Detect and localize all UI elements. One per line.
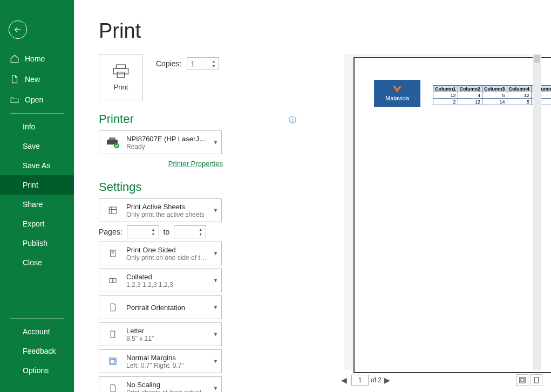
chevron-down-icon: ▼ — [213, 359, 218, 364]
setting-title: Letter — [126, 327, 208, 335]
sidebar-item-label: Feedback — [23, 347, 56, 355]
setting-title: Normal Margins — [126, 354, 208, 362]
svg-rect-17 — [110, 278, 113, 283]
sidebar-item-export[interactable]: Export — [0, 214, 74, 233]
chevron-down-icon: ▼ — [213, 278, 218, 283]
table-cell: 5 — [482, 92, 507, 99]
table-cell: 5 — [507, 99, 532, 105]
chevron-down-icon: ▼ — [213, 140, 218, 145]
table-header: Column4 — [507, 86, 532, 92]
preview-logo: Malavida — [374, 80, 420, 107]
preview-current-page: 1 — [358, 376, 362, 384]
sidebar-item-new[interactable]: New — [0, 69, 74, 90]
spinner-down-icon[interactable]: ▼ — [152, 232, 157, 236]
spinner-down-icon[interactable]: ▼ — [199, 232, 204, 236]
sidebar-item-label: Print — [23, 181, 38, 189]
spinner-up-icon[interactable]: ▲ — [199, 228, 204, 231]
printer-info-icon[interactable]: ⓘ — [289, 115, 296, 125]
back-button[interactable] — [9, 20, 27, 39]
preview-prev-page[interactable]: ◀ — [338, 376, 349, 384]
printer-heading: Printer — [99, 112, 298, 126]
setting-print-active-sheets[interactable]: Print Active SheetsOnly print the active… — [99, 198, 222, 222]
sidebar-divider — [10, 318, 64, 319]
preview-page-input[interactable]: 1 — [351, 375, 369, 386]
sidebar-item-label: Open — [25, 95, 43, 104]
svg-rect-7 — [117, 72, 125, 77]
printer-status: Ready — [126, 143, 208, 150]
new-document-icon — [10, 74, 19, 84]
sidebar-item-account[interactable]: Account — [0, 322, 74, 341]
show-margins-button[interactable] — [516, 374, 528, 386]
svg-rect-14 — [111, 250, 115, 257]
sidebar-item-label: Home — [25, 54, 45, 63]
chevron-down-icon: ▼ — [213, 305, 218, 310]
backstage-main: Print Print Copies: 1 ▲ ▼ Printer ⓘ — [74, 0, 551, 392]
settings-heading: Settings — [99, 180, 298, 194]
table-cell: 12 — [458, 99, 482, 105]
setting-scaling[interactable]: 100 No ScalingPrint sheets at their actu… — [99, 376, 222, 392]
chevron-down-icon: ▼ — [213, 386, 218, 391]
home-icon — [10, 54, 19, 64]
setting-margins[interactable]: Normal MarginsLeft: 0.7" Right: 0.7" ▼ — [99, 349, 222, 373]
preview-total-pages: of 2 — [371, 376, 382, 384]
table-cell: 12 — [433, 92, 458, 99]
setting-title: Print Active Sheets — [126, 203, 208, 211]
chevron-down-icon: ▼ — [213, 332, 218, 337]
sidebar-item-label: Close — [23, 258, 42, 267]
svg-rect-19 — [111, 331, 115, 338]
copies-input[interactable]: 1 ▲ ▼ — [187, 57, 219, 70]
sidebar-item-print[interactable]: Print — [0, 175, 74, 195]
spinner-up-icon[interactable]: ▲ — [212, 59, 217, 63]
sidebar-item-save[interactable]: Save — [0, 136, 74, 156]
preview-next-page[interactable]: ▶ — [382, 376, 392, 384]
zoom-to-page-button[interactable] — [530, 374, 542, 386]
sidebar-item-label: Info — [23, 122, 35, 131]
sidebar-item-label: Save As — [23, 161, 50, 170]
sidebar-item-options[interactable]: Options — [0, 361, 74, 380]
sidebar-item-share[interactable]: Share — [0, 195, 74, 214]
table-header: Column2 — [458, 86, 482, 92]
setting-orientation[interactable]: Portrait Orientation ▼ — [99, 295, 222, 319]
sidebar-item-saveas[interactable]: Save As — [0, 156, 74, 175]
sidebar-item-label: Save — [23, 142, 40, 150]
sidebar-item-label: Options — [23, 366, 49, 375]
printer-icon — [112, 64, 130, 79]
pages-from-input[interactable]: ▲▼ — [127, 225, 159, 238]
sidebar-item-publish[interactable]: Publish — [0, 233, 74, 253]
svg-rect-23 — [521, 379, 524, 382]
sidebar-item-close[interactable]: Close — [0, 253, 74, 272]
sidebar-item-home[interactable]: Home — [0, 49, 74, 69]
table-cell: 4 — [458, 92, 482, 99]
setting-paper-size[interactable]: Letter8.5" x 11" ▼ — [99, 322, 222, 346]
preview-scrollbar[interactable] — [533, 54, 541, 370]
sidebar-item-feedback[interactable]: Feedback — [0, 341, 74, 361]
sidebar-item-open[interactable]: Open — [0, 90, 74, 110]
scrollbar-thumb[interactable] — [534, 55, 540, 63]
setting-sides[interactable]: Print One SidedOnly print on one side of… — [99, 242, 222, 265]
sidebar-item-label: Account — [23, 327, 50, 336]
spinner-up-icon[interactable]: ▲ — [152, 228, 157, 231]
setting-title: No Scaling — [126, 381, 208, 389]
sidebar-item-label: Share — [23, 200, 43, 209]
setting-sub: 8.5" x 11" — [126, 335, 208, 342]
paper-size-icon — [105, 326, 121, 342]
copies-label: Copies: — [156, 59, 181, 68]
svg-rect-21 — [111, 359, 115, 363]
setting-title: Collated — [126, 273, 208, 281]
printer-picker[interactable]: NPI87607E (HP LaserJet M15... Ready ▼ — [99, 130, 222, 154]
svg-rect-22 — [520, 377, 526, 383]
folder-open-icon — [10, 95, 19, 105]
sidebar-item-label: New — [25, 75, 40, 84]
sidebar-item-info[interactable]: Info — [0, 117, 74, 136]
setting-collated[interactable]: Collated1,2,3 1,2,3 1,2,3 ▼ — [99, 269, 222, 292]
pages-to-input[interactable]: ▲▼ — [174, 225, 206, 238]
setting-sub: 1,2,3 1,2,3 1,2,3 — [126, 281, 208, 288]
preview-page: Malavida Column1 Column2 Column3 Column4… — [353, 57, 551, 373]
svg-rect-6 — [113, 68, 128, 73]
table-header: Column3 — [482, 86, 507, 92]
spinner-down-icon[interactable]: ▼ — [212, 64, 217, 68]
setting-sub: Only print the active sheets — [126, 211, 208, 218]
print-button[interactable]: Print — [99, 54, 143, 100]
printer-properties-link[interactable]: Printer Properties — [168, 160, 223, 168]
one-sided-icon — [105, 245, 121, 262]
